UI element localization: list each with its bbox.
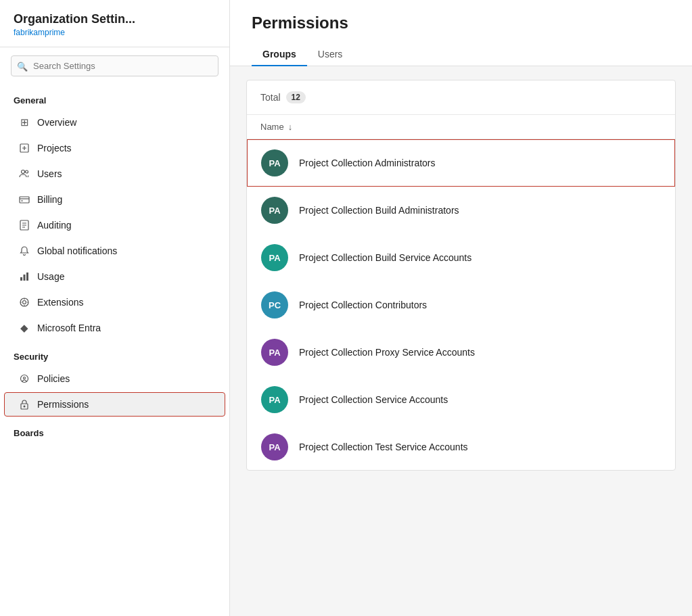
org-title: Organization Settin... xyxy=(14,12,216,26)
sidebar-item-label: Users xyxy=(37,168,62,179)
page-title: Permissions xyxy=(252,14,670,32)
avatar: PA xyxy=(261,244,288,271)
entra-icon: ◆ xyxy=(18,322,30,334)
sidebar-item-label: Policies xyxy=(37,373,70,384)
tabs-container: Groups Users xyxy=(252,43,670,66)
section-boards: Boards xyxy=(0,417,229,442)
group-name: Project Collection Administrators xyxy=(299,158,436,168)
avatar: PA xyxy=(261,339,288,366)
search-icon: 🔍 xyxy=(17,61,28,71)
avatar: PA xyxy=(261,149,288,176)
group-row[interactable]: PA Project Collection Administrators xyxy=(247,139,675,187)
svg-rect-6 xyxy=(20,277,22,281)
sort-icon: ↓ xyxy=(288,122,293,132)
sidebar-item-overview[interactable]: ⊞ Overview xyxy=(4,110,225,135)
tab-groups[interactable]: Groups xyxy=(252,43,307,66)
avatar: PA xyxy=(261,433,288,460)
sidebar-item-label: Global notifications xyxy=(37,245,117,256)
sidebar-item-label: Usage xyxy=(37,271,64,282)
sidebar-item-label: Extensions xyxy=(37,297,83,308)
groups-card: Total 12 Name ↓ PA Project Collection Ad… xyxy=(246,80,676,471)
tab-users[interactable]: Users xyxy=(307,43,354,66)
avatar: PC xyxy=(261,291,288,318)
search-input[interactable] xyxy=(11,55,218,76)
svg-point-10 xyxy=(23,301,26,304)
notifications-icon xyxy=(18,245,30,257)
extensions-icon xyxy=(18,296,30,308)
avatar: PA xyxy=(261,197,288,224)
usage-icon xyxy=(18,270,30,283)
svg-point-2 xyxy=(26,170,28,173)
sidebar: Organization Settin... fabrikamprime 🔍 G… xyxy=(0,0,230,616)
svg-point-14 xyxy=(24,406,26,408)
org-subtitle: fabrikamprime xyxy=(14,28,216,37)
section-general: General xyxy=(0,85,229,110)
group-row[interactable]: PA Project Collection Proxy Service Acco… xyxy=(247,329,675,376)
group-name: Project Collection Service Accounts xyxy=(299,394,448,405)
sidebar-item-label: Permissions xyxy=(37,399,89,410)
sidebar-item-label: Overview xyxy=(37,117,76,128)
svg-rect-7 xyxy=(24,275,26,281)
sidebar-header: Organization Settin... fabrikamprime xyxy=(0,0,229,47)
sidebar-item-billing[interactable]: Billing xyxy=(4,187,225,212)
overview-icon: ⊞ xyxy=(18,116,30,128)
total-label: Total xyxy=(260,92,281,103)
group-row[interactable]: PA Project Collection Test Service Accou… xyxy=(247,423,675,470)
group-name: Project Collection Contributors xyxy=(299,300,427,310)
sidebar-item-users[interactable]: Users xyxy=(4,162,225,186)
sidebar-item-projects[interactable]: Projects xyxy=(4,136,225,160)
group-row[interactable]: PA Project Collection Build Administrato… xyxy=(247,187,675,234)
sidebar-item-microsoft-entra[interactable]: ◆ Microsoft Entra xyxy=(4,316,225,340)
sidebar-item-label: Projects xyxy=(37,143,72,153)
svg-point-4 xyxy=(22,200,23,202)
section-security: Security xyxy=(0,341,229,366)
main-content-area: Permissions Groups Users Total 12 Name ↓… xyxy=(230,0,692,616)
billing-icon xyxy=(18,193,30,206)
sidebar-item-label: Microsoft Entra xyxy=(37,323,101,333)
policies-icon xyxy=(18,373,30,385)
permissions-icon xyxy=(18,398,30,410)
sidebar-item-extensions[interactable]: Extensions xyxy=(4,290,225,314)
users-icon xyxy=(18,168,30,180)
total-row: Total 12 xyxy=(247,80,675,115)
sidebar-item-permissions[interactable]: Permissions xyxy=(4,392,225,417)
group-name: Project Collection Build Administrators xyxy=(299,205,459,216)
projects-icon xyxy=(18,142,30,154)
avatar: PA xyxy=(261,386,288,413)
svg-point-1 xyxy=(22,170,25,174)
search-box: 🔍 xyxy=(11,55,218,76)
svg-rect-8 xyxy=(26,273,28,281)
content-area: Total 12 Name ↓ PA Project Collection Ad… xyxy=(230,66,692,484)
group-row[interactable]: PA Project Collection Service Accounts xyxy=(247,376,675,423)
total-count: 12 xyxy=(286,91,306,103)
svg-rect-3 xyxy=(20,197,29,203)
group-name: Project Collection Test Service Accounts xyxy=(299,442,468,452)
auditing-icon xyxy=(18,219,30,231)
sidebar-item-label: Billing xyxy=(37,194,62,205)
sidebar-item-policies[interactable]: Policies xyxy=(4,366,225,391)
group-name: Project Collection Build Service Account… xyxy=(299,252,471,263)
group-row[interactable]: PA Project Collection Build Service Acco… xyxy=(247,234,675,281)
sidebar-item-auditing[interactable]: Auditing xyxy=(4,213,225,237)
sidebar-item-label: Auditing xyxy=(37,220,72,231)
group-name: Project Collection Proxy Service Account… xyxy=(299,347,475,358)
sidebar-item-global-notifications[interactable]: Global notifications xyxy=(4,239,225,263)
main-header: Permissions Groups Users xyxy=(230,0,692,66)
column-header-name: Name ↓ xyxy=(247,115,675,139)
group-row[interactable]: PC Project Collection Contributors xyxy=(247,281,675,329)
svg-point-12 xyxy=(24,377,26,379)
sidebar-item-usage[interactable]: Usage xyxy=(4,264,225,289)
